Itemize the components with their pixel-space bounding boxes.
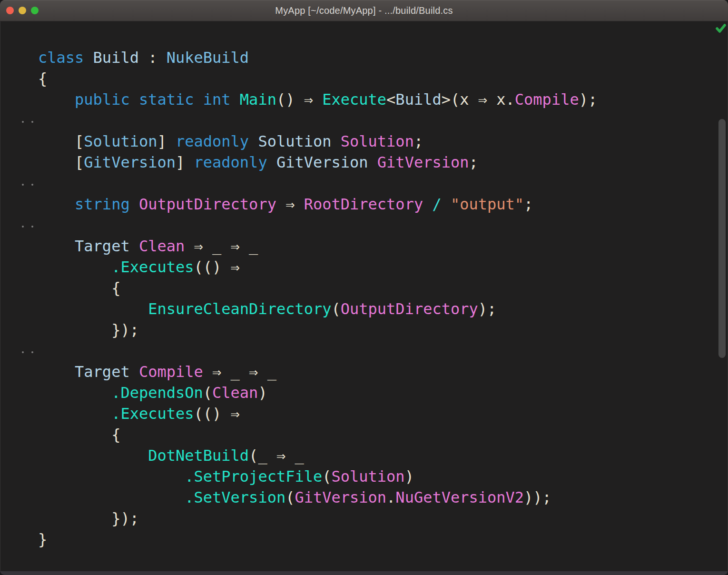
code-token-pl (332, 132, 341, 150)
code-token-pl: ⇒ _ ⇒ _ (203, 363, 276, 381)
close-button[interactable] (6, 7, 14, 14)
code-token-kw: readonly (194, 153, 267, 171)
code-token-pl: ] (176, 153, 194, 171)
code-token-mem: GitVersion (377, 153, 469, 171)
code-token-kw: readonly (176, 132, 249, 150)
code-token-pl (38, 195, 75, 213)
whitespace-dot (22, 226, 24, 228)
code-line: .Executes(() ⇒ (38, 257, 728, 278)
code-token-mem: Solution (332, 467, 405, 486)
code-line: }); (38, 319, 728, 340)
code-token-pl (38, 237, 75, 255)
code-line: string OutputDirectory ⇒ RootDirectory /… (38, 194, 728, 215)
scrollbar-track[interactable] (718, 21, 728, 571)
code-token-ty: Target (75, 363, 130, 381)
code-token-pl: ) (258, 384, 267, 402)
code-token-pl: ⇒ _ ⇒ _ (185, 237, 258, 255)
code-token-mem: OutputDirectory (139, 195, 276, 213)
code-line: { (38, 68, 728, 89)
code-token-tyl: NukeBuild (167, 49, 249, 67)
code-token-pl: [ (38, 153, 84, 171)
whitespace-dot (31, 184, 33, 186)
code-line: DotNetBuild(_ ⇒ _ (38, 445, 728, 466)
code-token-fn: .SetProjectFile (185, 467, 322, 486)
whitespace-dot (22, 184, 24, 186)
code-token-fn: .Executes (111, 258, 194, 276)
code-token-fn: .Executes (111, 405, 194, 423)
code-token-pl: ( (203, 384, 212, 402)
code-token-fn: EnsureCleanDirectory (148, 300, 331, 318)
code-token-pl: ); (478, 300, 497, 318)
code-token-fn: Main (240, 90, 276, 109)
code-token-ty: Build (93, 49, 139, 67)
code-line: .SetVersion(GitVersion.NuGetVersionV2)); (38, 487, 728, 508)
code-token-mem: GitVersion (295, 488, 386, 506)
code-token-kw: string (75, 195, 130, 213)
code-token-pl: { (38, 69, 47, 88)
code-line: EnsureCleanDirectory(OutputDirectory); (38, 298, 728, 319)
code-token-pl (38, 363, 75, 381)
traffic-lights (6, 0, 39, 21)
code-token-pl (231, 90, 240, 109)
code-token-pl: () ⇒ (276, 90, 322, 109)
code-token-kw: public static int (75, 90, 231, 109)
code-line: class Build : NukeBuild (38, 47, 728, 68)
code-line (38, 215, 728, 236)
code-line: .DependsOn(Clean) (38, 382, 728, 403)
code-token-pl (38, 90, 75, 109)
code-line: } (38, 529, 728, 550)
code-token-pl (38, 384, 111, 402)
code-token-pl (423, 195, 432, 213)
code-token-pl: )); (524, 488, 551, 506)
code-token-pl: ); (579, 90, 598, 109)
zoom-button[interactable] (31, 7, 39, 14)
minimize-button[interactable] (19, 7, 26, 14)
code-line: public static int Main() ⇒ Execute<Build… (38, 89, 728, 110)
code-token-pl: (() ⇒ (194, 258, 240, 276)
code-token-mem: NuGetVersionV2 (395, 488, 524, 506)
code-token-ty: Target (75, 237, 130, 255)
code-token-pl (130, 195, 139, 213)
code-token-mem: OutputDirectory (341, 300, 478, 318)
title-bar[interactable]: MyApp [~/code/MyApp] - .../build/Build.c… (0, 0, 728, 21)
code-token-pl: } (38, 530, 47, 548)
code-editor[interactable]: class Build : NukeBuild{ public static i… (0, 21, 728, 571)
code-line: }); (38, 508, 728, 529)
code-token-pl (368, 153, 377, 171)
code-line: [GitVersion] readonly GitVersion GitVers… (38, 152, 728, 173)
code-token-mem: Clean (139, 237, 185, 255)
code-token-pl: ⇒ (276, 195, 304, 213)
code-token-pl (267, 153, 276, 171)
code-token-str: "output" (451, 195, 524, 213)
code-token-pl (84, 49, 93, 67)
code-token-mem: Solution (341, 132, 414, 150)
code-token-pl: ] (157, 132, 176, 150)
code-token-mem: Clean (212, 384, 258, 402)
window-bottom-edge (0, 571, 728, 575)
code-token-cy: / (432, 195, 441, 213)
code-token-pl (130, 237, 139, 255)
code-token-pl (130, 363, 139, 381)
code-token-pl (38, 467, 185, 486)
code-token-kw: class (38, 49, 84, 67)
code-token-pl: [ (38, 132, 84, 150)
whitespace-dot (22, 351, 24, 353)
code-token-tyl: Solution (84, 132, 157, 150)
code-token-pl: { (38, 426, 120, 444)
whitespace-dot (22, 121, 24, 123)
code-token-pl: ; (469, 153, 478, 171)
code-line: { (38, 424, 728, 445)
code-token-pl: }); (38, 509, 139, 527)
code-token-pl: (_ ⇒ _ (249, 446, 304, 465)
code-token-ty: Build (395, 90, 441, 109)
code-token-pl: (() ⇒ (194, 405, 240, 423)
code-token-pl: ; (524, 195, 533, 213)
code-token-fn: .DependsOn (111, 384, 203, 402)
terminal-window: MyApp [~/code/MyApp] - .../build/Build.c… (0, 0, 728, 575)
code-token-pl (38, 446, 148, 465)
whitespace-dot (31, 351, 33, 353)
code-token-pl (442, 195, 451, 213)
code-token-pl: . (386, 488, 395, 506)
scrollbar-thumb[interactable] (718, 119, 726, 358)
code-token-pl: ( (332, 300, 341, 318)
